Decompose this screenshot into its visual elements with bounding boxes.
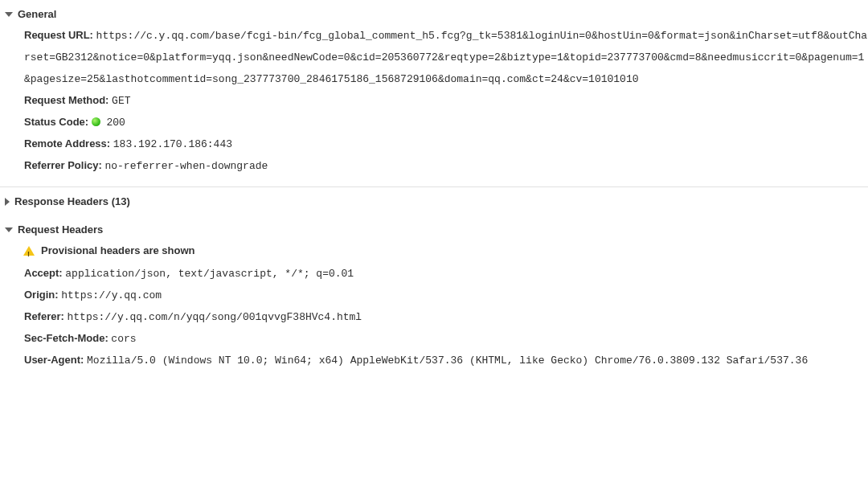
sec-fetch-mode-value: cors xyxy=(111,333,136,345)
sec-fetch-mode-label: Sec-Fetch-Mode: xyxy=(24,332,108,344)
general-body: Request URL: https://c.y.qq.com/base/fcg… xyxy=(0,23,868,178)
origin-label: Origin: xyxy=(24,289,59,301)
user-agent-row: User-Agent: Mozilla/5.0 (Windows NT 10.0… xyxy=(24,350,868,371)
request-url-label: Request URL: xyxy=(24,29,93,41)
status-code-row: Status Code: 200 xyxy=(24,112,868,133)
request-headers-section: Request Headers Provisional headers are … xyxy=(0,215,868,378)
response-headers-header[interactable]: Response Headers (13) xyxy=(0,192,868,211)
referer-row: Referer: https://y.qq.com/n/yqq/song/001… xyxy=(24,306,868,328)
general-title: General xyxy=(18,8,56,20)
chevron-right-icon xyxy=(5,198,10,206)
request-headers-body: Provisional headers are shown Accept: ap… xyxy=(0,239,868,373)
remote-address-label: Remote Address: xyxy=(24,137,110,150)
request-url-row: Request URL: https://c.y.qq.com/base/fcg… xyxy=(24,25,868,90)
status-code-value: 200 xyxy=(106,117,125,129)
request-headers-header[interactable]: Request Headers xyxy=(0,220,868,239)
remote-address-value: 183.192.170.186:443 xyxy=(113,138,232,150)
user-agent-label: User-Agent: xyxy=(24,354,84,366)
status-ok-icon xyxy=(92,117,100,126)
request-method-value: GET xyxy=(112,95,130,107)
origin-value: https://y.qq.com xyxy=(61,289,162,301)
user-agent-value: Mozilla/5.0 (Windows NT 10.0; Win64; x64… xyxy=(87,355,808,367)
warning-icon xyxy=(23,246,35,256)
request-method-row: Request Method: GET xyxy=(24,90,868,112)
referrer-policy-label: Referrer Policy: xyxy=(24,159,102,171)
accept-value: application/json, text/javascript, */*; … xyxy=(65,268,354,280)
response-headers-section: Response Headers (13) xyxy=(0,187,868,215)
request-url-value: https://c.y.qq.com/base/fcgi-bin/fcg_glo… xyxy=(24,30,867,85)
provisional-warning-row: Provisional headers are shown xyxy=(24,240,868,261)
general-section: General Request URL: https://c.y.qq.com/… xyxy=(0,0,868,183)
chevron-down-icon xyxy=(5,227,13,232)
request-headers-title: Request Headers xyxy=(18,223,103,236)
origin-row: Origin: https://y.qq.com xyxy=(24,285,868,306)
sec-fetch-mode-row: Sec-Fetch-Mode: cors xyxy=(24,328,868,350)
general-header[interactable]: General xyxy=(0,5,868,23)
accept-label: Accept: xyxy=(24,267,63,279)
chevron-down-icon xyxy=(5,12,13,17)
request-method-label: Request Method: xyxy=(24,94,108,106)
status-code-label: Status Code: xyxy=(24,116,88,128)
accept-row: Accept: application/json, text/javascrip… xyxy=(24,263,868,285)
referer-label: Referer: xyxy=(24,310,64,322)
remote-address-row: Remote Address: 183.192.170.186:443 xyxy=(24,133,868,155)
referer-value: https://y.qq.com/n/yqq/song/001qvvgF38HV… xyxy=(67,311,362,323)
response-headers-count: (13) xyxy=(112,195,130,207)
referrer-policy-row: Referrer Policy: no-referrer-when-downgr… xyxy=(24,155,868,177)
referrer-policy-value: no-referrer-when-downgrade xyxy=(104,160,268,172)
provisional-warning-text: Provisional headers are shown xyxy=(41,240,194,261)
response-headers-title: Response Headers xyxy=(14,195,108,207)
